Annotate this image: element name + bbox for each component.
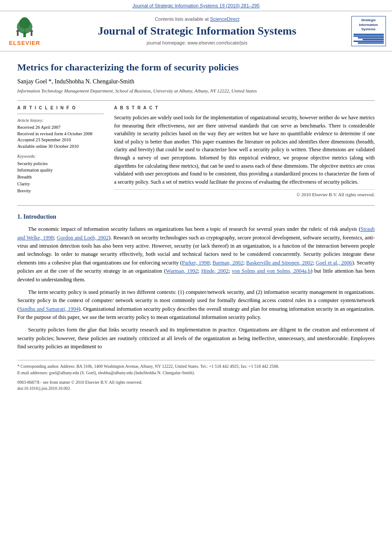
abstract-text: Security policies are widely used tools … bbox=[114, 114, 375, 186]
svg-rect-6 bbox=[17, 32, 19, 36]
logo-line1: Strategic bbox=[354, 18, 384, 22]
issn-line: 0963-8687/$ - see front matter © 2010 El… bbox=[17, 379, 375, 385]
section-1-heading: 1. Introduction bbox=[17, 213, 375, 221]
history-label: Article history: bbox=[17, 118, 104, 124]
svg-rect-8 bbox=[31, 32, 32, 36]
keyword-4: Clarity bbox=[17, 181, 104, 188]
ref-warman[interactable]: Warman, 1992 bbox=[166, 268, 198, 274]
copyright-line: © 2010 Elsevier B.V. All rights reserved… bbox=[114, 189, 375, 198]
received-date: Received 26 April 2007 bbox=[17, 124, 104, 131]
elsevier-logo-section: ELSEVIER bbox=[5, 15, 44, 47]
journal-main-title: Journal of Strategic Information Systems bbox=[53, 24, 341, 38]
available-date: Available online 30 October 2010 bbox=[17, 143, 104, 150]
info-divider bbox=[17, 114, 104, 114]
doi-line: doi:10.1016/j.jsis.2010.10.002 bbox=[17, 385, 375, 392]
ref-sandhu[interactable]: Sandhu and Samarati, 1994 bbox=[19, 306, 79, 312]
authors: Sanjay Goel *, InduShobha N. Chengalur-S… bbox=[17, 77, 375, 86]
journal-header: ELSEVIER Contents lists available at Sci… bbox=[0, 11, 392, 51]
citation-bar: Journal of Strategic Information Systems… bbox=[0, 0, 392, 11]
revised-date: Received in revised form 4 October 2008 bbox=[17, 131, 104, 137]
keyword-5: Brevity bbox=[17, 188, 104, 194]
svg-point-4 bbox=[21, 17, 29, 24]
sciencedirect-link[interactable]: ScienceDirect bbox=[210, 16, 239, 22]
ref-hinde[interactable]: Hinde, 2002 bbox=[201, 268, 229, 274]
journal-logo-box: Strategic Information Systems bbox=[351, 16, 386, 46]
svg-point-5 bbox=[16, 30, 19, 32]
logo-decorative-lines bbox=[354, 34, 384, 44]
header-divider bbox=[17, 100, 375, 101]
keyword-1: Security policies bbox=[17, 160, 104, 167]
ref-vonsolms[interactable]: von Solms and von Solms, 2004a,b bbox=[232, 268, 310, 274]
keyword-2: Information quality bbox=[17, 167, 104, 174]
elsevier-tree-icon bbox=[12, 15, 38, 38]
journal-logo-box-section: Strategic Information Systems bbox=[350, 16, 387, 46]
article-info-abstract-section: A R T I C L E I N F O Article history: R… bbox=[17, 105, 375, 198]
intro-paragraph-1: The economic impact of information secur… bbox=[17, 225, 375, 284]
keywords-group: Keywords: Security policies Information … bbox=[17, 153, 104, 194]
article-history: Article history: Received 26 April 2007 … bbox=[17, 118, 104, 150]
footnote-section: * Corresponding author. Address: BA 310b… bbox=[17, 360, 375, 392]
article-info-label: A R T I C L E I N F O bbox=[17, 105, 104, 111]
intro-paragraph-3: Security policies form the glue that lin… bbox=[17, 326, 375, 351]
svg-point-7 bbox=[30, 30, 33, 32]
contents-label: Contents lists available at ScienceDirec… bbox=[53, 16, 341, 22]
ref-baskerville[interactable]: Baskerville and Siponen, 2002 bbox=[246, 260, 313, 266]
logo-line3: Systems bbox=[354, 27, 384, 32]
ref-gordon-loeb[interactable]: Gordon and Loeb, 2002 bbox=[57, 235, 108, 241]
footnote-email: E-mail addresses: goel@albany.edu (S. Go… bbox=[17, 369, 375, 376]
ref-barman[interactable]: Barman, 2002 bbox=[213, 260, 243, 266]
ref-parker[interactable]: Parker, 1998 bbox=[182, 260, 210, 266]
affiliation: Information Technology Management Depart… bbox=[17, 88, 375, 94]
ref-goel[interactable]: Goel et al., 2006 bbox=[316, 260, 352, 266]
logo-line2: Information bbox=[354, 23, 384, 27]
journal-title-section: Contents lists available at ScienceDirec… bbox=[44, 16, 350, 46]
elsevier-label: ELSEVIER bbox=[9, 39, 40, 47]
accepted-date: Accepted 23 September 2010 bbox=[17, 137, 104, 143]
abstract-label: A B S T R A C T bbox=[114, 105, 375, 111]
keyword-3: Breadth bbox=[17, 174, 104, 181]
body-divider bbox=[17, 205, 375, 206]
keywords-label: Keywords: bbox=[17, 153, 104, 159]
intro-paragraph-2: The term security policy is used primari… bbox=[17, 288, 375, 322]
article-info-column: A R T I C L E I N F O Article history: R… bbox=[17, 105, 104, 198]
paper-title: Metrics for characterizing the form of s… bbox=[17, 62, 375, 73]
footnote-corresponding: * Corresponding author. Address: BA 310b… bbox=[17, 363, 375, 369]
abstract-column: A B S T R A C T Security policies are wi… bbox=[114, 105, 375, 198]
journal-homepage: journal homepage: www.elsevier.com/locat… bbox=[53, 40, 341, 46]
